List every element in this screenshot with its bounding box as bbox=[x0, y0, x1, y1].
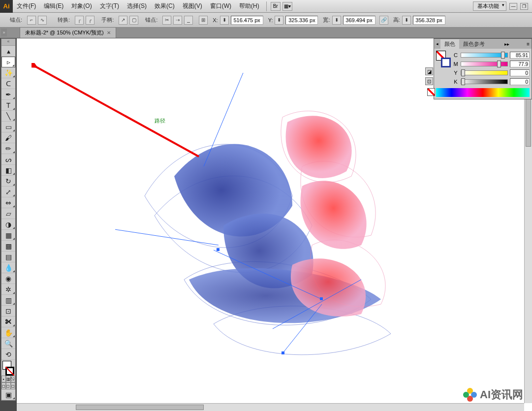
type-tool[interactable]: T bbox=[1, 100, 15, 111]
panel-stroke-swatch[interactable] bbox=[441, 58, 451, 67]
menu-object[interactable]: 对象(O) bbox=[67, 2, 95, 10]
x-input[interactable] bbox=[231, 16, 263, 25]
cmyk-value-input[interactable] bbox=[510, 78, 530, 85]
menu-effect[interactable]: 效果(C) bbox=[151, 2, 179, 10]
slice-tool[interactable]: ✀ bbox=[1, 316, 15, 327]
blend-tool[interactable]: ◉ bbox=[1, 273, 15, 284]
line-tool[interactable]: ╲ bbox=[1, 111, 15, 122]
pen-tool[interactable]: ✒ bbox=[1, 89, 15, 100]
menu-help[interactable]: 帮助(H) bbox=[235, 2, 263, 10]
color-tab[interactable]: 颜色 bbox=[440, 39, 459, 49]
width-input[interactable] bbox=[343, 16, 376, 25]
panel-icon-1[interactable]: ◪ bbox=[425, 67, 433, 75]
rotate-tool[interactable]: ↻ bbox=[1, 176, 15, 187]
cmyk-value-input[interactable] bbox=[510, 69, 530, 76]
anchor-convert-corner-icon[interactable]: ⌐ bbox=[27, 16, 36, 25]
cmyk-row-k: K bbox=[453, 77, 530, 86]
link-wh-icon[interactable]: ⬍ bbox=[332, 16, 341, 25]
eraser-tool[interactable]: ◧ bbox=[1, 165, 15, 176]
reference-point-icon[interactable]: ⊞ bbox=[199, 16, 208, 25]
menu-select[interactable]: 选择(S) bbox=[123, 2, 151, 10]
menu-file[interactable]: 文件(F) bbox=[13, 2, 40, 10]
cmyk-slider[interactable] bbox=[461, 79, 508, 84]
pencil-tool[interactable]: ✏ bbox=[1, 143, 15, 154]
y-input[interactable] bbox=[285, 16, 318, 25]
width-tool[interactable]: ⇔ bbox=[1, 197, 15, 208]
none-color-swatch[interactable] bbox=[427, 88, 435, 96]
eyedropper-tool[interactable]: 💧 bbox=[1, 262, 15, 273]
screen-mode-tool[interactable]: ▣ bbox=[1, 389, 15, 400]
horizontal-scrollbar[interactable] bbox=[17, 403, 524, 411]
anchor-convert-smooth-icon[interactable]: ∿ bbox=[38, 16, 47, 25]
scroll-thumb[interactable] bbox=[76, 405, 204, 410]
cmyk-value-input[interactable] bbox=[510, 61, 530, 67]
color-mode-icon[interactable]: ▪ bbox=[1, 376, 6, 382]
menu-edit[interactable]: 编辑(E) bbox=[40, 2, 67, 10]
show-handles-icon[interactable]: ↗ bbox=[119, 16, 127, 25]
expand-panels-icon[interactable]: » bbox=[1, 29, 7, 36]
scale-tool[interactable]: ⤢ bbox=[1, 187, 15, 197]
cmyk-slider[interactable] bbox=[461, 70, 508, 75]
panel-menu-icon[interactable]: ≡ bbox=[525, 41, 532, 47]
cmyk-slider[interactable] bbox=[461, 53, 508, 58]
zoom-tool[interactable]: 🔍 bbox=[1, 338, 15, 349]
workspace-switcher[interactable]: 基本功能 bbox=[473, 1, 506, 11]
free-transform-tool[interactable]: ▱ bbox=[1, 208, 15, 219]
draw-normal-icon[interactable]: ◻ bbox=[1, 382, 6, 389]
mesh-tool[interactable]: ▩ bbox=[1, 241, 15, 252]
channel-label: C bbox=[453, 52, 459, 58]
link-xy2-icon[interactable]: ⬍ bbox=[275, 16, 283, 25]
arrange-docs-icon[interactable]: ▦▾ bbox=[282, 2, 292, 11]
none-mode-icon[interactable]: ⃠ bbox=[11, 376, 15, 382]
panel-collapse-icon[interactable]: ◂ bbox=[434, 41, 440, 46]
hand-tool[interactable]: ✋ bbox=[1, 327, 15, 338]
color-spectrum[interactable] bbox=[436, 88, 530, 97]
fill-stroke-swatch[interactable] bbox=[1, 361, 15, 376]
connect-anchor-icon[interactable]: ⇢ bbox=[173, 16, 182, 25]
direct-selection-tool[interactable]: ▹ bbox=[1, 57, 15, 67]
link-wh2-icon[interactable]: ⬍ bbox=[402, 16, 411, 25]
cut-path-icon[interactable]: ⎯ bbox=[184, 16, 193, 25]
cmyk-slider[interactable] bbox=[461, 62, 508, 66]
rectangle-tool[interactable]: ▭ bbox=[1, 122, 15, 132]
close-tab-icon[interactable]: ✕ bbox=[107, 30, 111, 35]
constrain-proportions-icon[interactable]: 🔗 bbox=[379, 16, 388, 25]
svg-line-1 bbox=[115, 221, 219, 245]
lasso-tool[interactable]: ᑕ bbox=[1, 78, 15, 89]
menu-view[interactable]: 视图(V) bbox=[179, 2, 206, 10]
magic-wand-tool[interactable]: ✨ bbox=[1, 67, 15, 78]
convert-to-smooth-icon[interactable]: ╭ bbox=[86, 16, 94, 25]
menu-window[interactable]: 窗口(W) bbox=[206, 2, 235, 10]
stroke-swatch[interactable] bbox=[5, 367, 14, 376]
blob-brush-tool[interactable]: ᔕ bbox=[1, 154, 15, 165]
selection-tool[interactable]: ▴ bbox=[1, 46, 15, 57]
document-tab[interactable]: 未标题-2* @ 150% (CMYK/预览) ✕ bbox=[20, 27, 116, 38]
channel-label: M bbox=[453, 61, 459, 67]
convert-to-corner-icon[interactable]: ┌ bbox=[75, 16, 84, 25]
hide-handles-icon[interactable]: ▢ bbox=[129, 16, 138, 25]
gradient-tool[interactable]: ▤ bbox=[1, 252, 15, 262]
panel-icon-2[interactable]: ⊡ bbox=[425, 77, 433, 85]
perspective-grid-tool[interactable]: ▦ bbox=[1, 230, 15, 241]
artboard-tool[interactable]: ⊡ bbox=[1, 306, 15, 316]
gradient-mode-icon[interactable]: ▥ bbox=[6, 376, 11, 382]
symbol-sprayer-tool[interactable]: ✲ bbox=[1, 284, 15, 295]
remove-anchor-icon[interactable]: ✂ bbox=[162, 16, 171, 25]
column-graph-tool[interactable]: ▥ bbox=[1, 295, 15, 306]
panel-fill-stroke[interactable] bbox=[436, 51, 451, 67]
height-input[interactable] bbox=[413, 16, 445, 25]
menu-type[interactable]: 文字(T) bbox=[96, 2, 123, 10]
cmyk-value-input[interactable] bbox=[510, 52, 530, 59]
draw-inside-icon[interactable]: ◻ bbox=[11, 382, 15, 389]
restore-button[interactable]: ❐ bbox=[520, 3, 528, 10]
panel-expand-icon[interactable]: ▸▸ bbox=[502, 41, 511, 47]
toggle-fill-stroke-icon[interactable]: ⟲ bbox=[1, 349, 15, 360]
color-guide-tab[interactable]: 颜色参考 bbox=[459, 39, 489, 49]
link-xy-icon[interactable]: ⬍ bbox=[220, 16, 229, 25]
paintbrush-tool[interactable]: 🖌 bbox=[1, 132, 15, 143]
collapse-toolbox-icon[interactable]: « bbox=[1, 39, 15, 46]
bridge-icon[interactable]: Br bbox=[271, 2, 281, 11]
shape-builder-tool[interactable]: ◑ bbox=[1, 219, 15, 230]
draw-behind-icon[interactable]: ◻ bbox=[6, 382, 10, 389]
minimize-button[interactable]: — bbox=[509, 3, 517, 10]
